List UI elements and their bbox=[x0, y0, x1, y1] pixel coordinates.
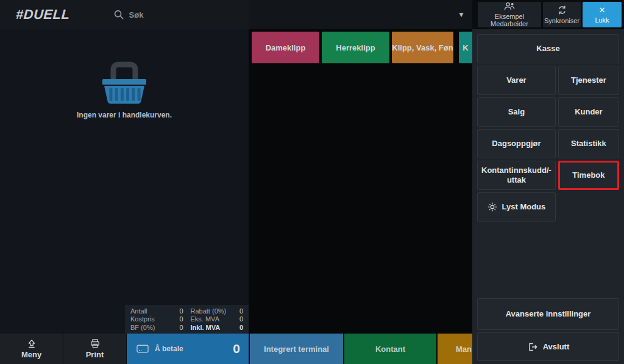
to-pay-label: Å betale bbox=[155, 345, 183, 353]
payment-methods-bar: Integrert terminal Kontant Man bbox=[249, 334, 472, 364]
users-icon bbox=[503, 2, 516, 11]
summary-label: Kostpris bbox=[130, 315, 155, 324]
exit-button[interactable]: Avslutt bbox=[477, 332, 619, 361]
print-button-label: Print bbox=[86, 350, 104, 359]
category-klipp-vask-fon[interactable]: Klipp, Vask, Føn bbox=[392, 32, 453, 63]
printer-icon bbox=[90, 338, 101, 349]
summary-value: 0 bbox=[179, 324, 183, 332]
empty-cart-message: Ingen varer i handlekurven. bbox=[77, 111, 172, 119]
payment-manual-button[interactable]: Man bbox=[438, 334, 472, 364]
category-label: Dameklipp bbox=[266, 43, 306, 52]
menu-item-label: Salg bbox=[508, 107, 525, 117]
topbar: #DUELL Søk ▼ Eksempel Medarbeider bbox=[0, 0, 624, 29]
print-button[interactable]: Print bbox=[63, 334, 126, 364]
menu-item-label: Kontantinnskudd/-uttak bbox=[481, 166, 551, 185]
topbar-middle: ▼ bbox=[249, 0, 472, 29]
summary-value: 0 bbox=[179, 315, 183, 324]
to-pay-button[interactable]: Å betale 0 bbox=[127, 334, 249, 364]
search-input[interactable]: Søk bbox=[114, 10, 144, 19]
payment-terminal-icon bbox=[136, 345, 149, 353]
menu-item-label: Kunder bbox=[575, 107, 603, 117]
menu-item-dagsoppgjor[interactable]: Dagsoppgjør bbox=[477, 129, 556, 158]
menu-item-salg[interactable]: Salg bbox=[477, 97, 556, 127]
summary-row-kostpris: Kostpris 0 bbox=[130, 315, 183, 324]
summary-left-column: Antall 0 Kostpris 0 BF (0%) 0 bbox=[130, 307, 183, 332]
topbar-left: #DUELL Søk bbox=[0, 0, 249, 29]
close-icon: ✕ bbox=[599, 6, 606, 15]
chevron-down-icon[interactable]: ▼ bbox=[458, 10, 465, 19]
menu-item-tjenester[interactable]: Tjenester bbox=[558, 66, 619, 95]
empty-cart-area: Ingen varer i handlekurven. bbox=[0, 29, 249, 305]
cart-summary: Antall 0 Kostpris 0 BF (0%) 0 Rabatt (0%… bbox=[125, 305, 249, 334]
menu-item-label: Dagsoppgjør bbox=[492, 139, 541, 149]
menu-button-label: Meny bbox=[21, 350, 41, 359]
menu-item-varer[interactable]: Varer bbox=[477, 66, 556, 95]
summary-row-bf: BF (0%) 0 bbox=[130, 324, 183, 332]
duell-logo: #DUELL bbox=[15, 7, 70, 23]
category-label: K bbox=[463, 43, 468, 52]
pos-app: #DUELL Søk ▼ Eksempel Medarbeider bbox=[0, 0, 624, 364]
main-area: Ingen varer i handlekurven. Antall 0 Kos… bbox=[0, 29, 624, 364]
menu-item-label: Lyst Modus bbox=[502, 202, 546, 212]
menu-item-label: Timebok bbox=[572, 170, 604, 180]
settings-menu-panel: Kasse Varer Tjenester Salg Kunder Dagsop… bbox=[472, 29, 624, 364]
menu-arrow-icon bbox=[27, 339, 37, 349]
menu-grid: Kasse Varer Tjenester Salg Kunder Dagsop… bbox=[477, 34, 619, 222]
left-bottom-bar: Meny Print Å betale 0 bbox=[0, 334, 249, 364]
topbar-right: Eksempel Medarbeider Synkroniser ✕ Lukk bbox=[472, 0, 624, 29]
summary-row-eks-mva: Eks. MVA 0 bbox=[191, 315, 244, 324]
menu-button[interactable]: Meny bbox=[0, 334, 63, 364]
employee-button-label: Eksempel Medarbeider bbox=[478, 13, 541, 27]
sun-icon bbox=[488, 202, 497, 212]
search-icon bbox=[114, 10, 124, 19]
menu-item-kasse[interactable]: Kasse bbox=[477, 34, 619, 63]
summary-value: 0 bbox=[239, 315, 243, 324]
close-button[interactable]: ✕ Lukk bbox=[583, 2, 622, 27]
menu-item-statistikk[interactable]: Statistikk bbox=[558, 129, 619, 158]
exit-button-label: Avslutt bbox=[543, 342, 570, 352]
cart-panel: Ingen varer i handlekurven. Antall 0 Kos… bbox=[0, 29, 249, 364]
menu-item-kontantinnskudd-uttak[interactable]: Kontantinnskudd/-uttak bbox=[477, 161, 556, 190]
menu-item-kunder[interactable]: Kunder bbox=[558, 97, 619, 127]
close-button-label: Lukk bbox=[595, 16, 609, 24]
menu-item-label: Varer bbox=[506, 75, 526, 85]
summary-row-antall: Antall 0 bbox=[130, 307, 183, 316]
summary-value: 0 bbox=[179, 307, 183, 316]
product-area: Dameklipp Herreklipp Klipp, Vask, Føn K … bbox=[249, 29, 472, 364]
category-bar: Dameklipp Herreklipp Klipp, Vask, Føn K bbox=[249, 29, 472, 63]
category-partial[interactable]: K bbox=[459, 32, 472, 63]
sync-icon bbox=[557, 5, 567, 15]
summary-label: BF (0%) bbox=[130, 324, 155, 332]
logout-icon bbox=[527, 342, 538, 352]
summary-label: Eks. MVA bbox=[191, 315, 219, 324]
menu-item-label: Tjenester bbox=[571, 75, 606, 85]
advanced-settings-button[interactable]: Avanserte innstillinger bbox=[477, 298, 619, 330]
category-label: Herreklipp bbox=[336, 43, 375, 52]
menu-item-label: Statistikk bbox=[571, 139, 606, 149]
summary-right-column: Rabatt (0%) 0 Eks. MVA 0 Inkl. MVA 0 bbox=[191, 307, 244, 332]
menu-empty-cell bbox=[558, 192, 619, 222]
summary-label: Antall bbox=[130, 307, 147, 316]
payment-integrated-terminal-button[interactable]: Integrert terminal bbox=[250, 334, 343, 364]
sync-button[interactable]: Synkroniser bbox=[543, 2, 581, 27]
menu-bottom-buttons: Avanserte innstillinger Avslutt bbox=[477, 298, 619, 361]
product-grid-empty bbox=[249, 63, 472, 334]
to-pay-amount: 0 bbox=[233, 341, 240, 356]
category-herreklipp[interactable]: Herreklipp bbox=[322, 32, 389, 63]
payment-method-label: Man bbox=[456, 345, 472, 354]
menu-item-timebok[interactable]: Timebok bbox=[558, 161, 619, 190]
summary-label: Inkl. MVA bbox=[191, 324, 221, 332]
summary-value: 0 bbox=[239, 324, 243, 332]
summary-label: Rabatt (0%) bbox=[191, 307, 227, 316]
sync-button-label: Synkroniser bbox=[544, 17, 580, 24]
summary-row-rabatt: Rabatt (0%) 0 bbox=[191, 307, 244, 316]
payment-method-label: Kontant bbox=[375, 345, 405, 354]
employee-button[interactable]: Eksempel Medarbeider bbox=[478, 2, 541, 27]
menu-item-light-mode[interactable]: Lyst Modus bbox=[477, 192, 556, 222]
advanced-settings-label: Avanserte innstillinger bbox=[506, 309, 591, 319]
search-placeholder: Søk bbox=[129, 10, 144, 19]
shopping-basket-icon bbox=[96, 54, 152, 106]
category-dameklipp[interactable]: Dameklipp bbox=[252, 32, 319, 63]
payment-cash-button[interactable]: Kontant bbox=[344, 334, 436, 364]
category-label: Klipp, Vask, Føn bbox=[392, 43, 453, 52]
